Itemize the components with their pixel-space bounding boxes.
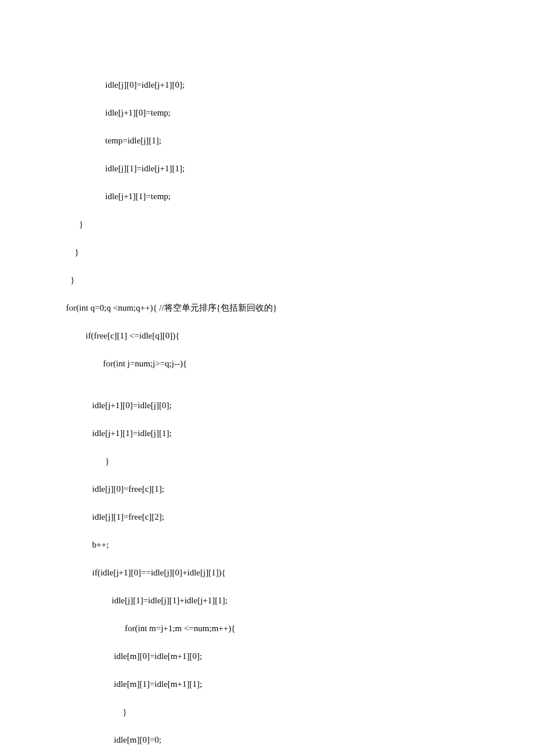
code-line: idle[j+1][1]=temp; bbox=[55, 189, 479, 203]
code-line: for(int m=j+1;m <=num;m++){ bbox=[55, 621, 479, 635]
code-line: for(int j=num;j>=q;j--){ bbox=[55, 357, 479, 370]
code-line: } bbox=[55, 273, 479, 287]
code-line: idle[m][1]=idle[m+1][1]; bbox=[55, 677, 479, 691]
code-line: for(int q=0;q <num;q++){ //将空单元排序{包括新回收的… bbox=[55, 301, 479, 315]
code-line: if(free[c][1] <=idle[q][0]){ bbox=[55, 329, 479, 343]
code-line: temp=idle[j][1]; bbox=[55, 134, 479, 147]
document-page: idle[j][0]=idle[j+1][0]; idle[j+1][0]=te… bbox=[0, 0, 534, 756]
code-line: idle[j+1][0]=idle[j][0]; bbox=[55, 398, 479, 412]
code-line: } bbox=[55, 705, 479, 719]
code-line: idle[j][1]=idle[j+1][1]; bbox=[55, 161, 479, 175]
code-line: idle[j+1][0]=temp; bbox=[55, 106, 479, 120]
code-line: idle[j][1]=idle[j][1]+idle[j+1][1]; bbox=[55, 593, 479, 607]
code-line: if(idle[j+1][0]==idle[j][0]+idle[j][1]){ bbox=[55, 566, 479, 579]
code-line: idle[j+1][1]=idle[j][1]; bbox=[55, 426, 479, 440]
code-line: idle[j][0]=free[c][1]; bbox=[55, 482, 479, 496]
code-line: } bbox=[55, 217, 479, 231]
code-line: } bbox=[55, 245, 479, 259]
code-line: idle[j][0]=idle[j+1][0]; bbox=[55, 78, 479, 92]
code-line: idle[m][0]=idle[m+1][0]; bbox=[55, 649, 479, 663]
code-line: idle[m][0]=0; bbox=[55, 733, 479, 747]
code-line: idle[j][1]=free[c][2]; bbox=[55, 510, 479, 524]
code-line: } bbox=[55, 454, 479, 468]
code-line: b++; bbox=[55, 538, 479, 552]
